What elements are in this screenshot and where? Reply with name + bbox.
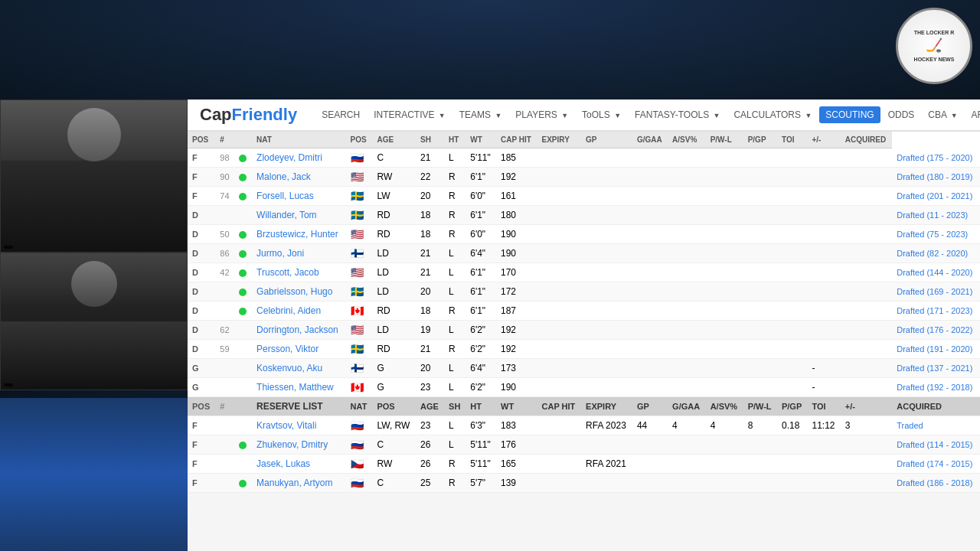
cell-nat: 🇺🇸 xyxy=(346,263,373,282)
nav-odds[interactable]: ODDS xyxy=(882,106,921,123)
cell-name[interactable]: Jurmo, Joni xyxy=(252,244,346,263)
table-row[interactable]: F74Forsell, Lucas🇸🇪LW20R6'0"161Drafted (… xyxy=(188,187,980,206)
cell-name[interactable]: Manukyan, Artyom xyxy=(252,474,346,493)
rh-name: RESERVE LIST xyxy=(252,397,346,416)
cell-pos: D xyxy=(188,263,215,282)
cell-plusminus xyxy=(841,263,892,282)
prospects-table: POS # NAT POS AGE SH HT WT CAP HIT EXPIR… xyxy=(188,132,980,493)
cell-acquired: Drafted (201 - 2021) xyxy=(892,187,980,206)
cell-asv xyxy=(706,435,743,455)
player-name-link[interactable]: Truscott, Jacob xyxy=(256,267,319,278)
nav-calculators[interactable]: CALCULATORS ▼ xyxy=(727,106,818,123)
table-row[interactable]: GKoskenvuo, Aku🇫🇮G20L6'4"173-Drafted (13… xyxy=(188,359,980,378)
cell-toi xyxy=(807,187,840,206)
cell-name[interactable]: Persson, Viktor xyxy=(252,340,346,359)
player-name-link[interactable]: Malone, Jack xyxy=(256,171,311,182)
player-name-link[interactable]: Manukyan, Artyom xyxy=(256,478,332,488)
player-name-link[interactable]: Zhukenov, Dmitry xyxy=(256,439,328,450)
table-row[interactable]: F98Zlodeyev, Dmitri🇷🇺C21L5'11"185Drafted… xyxy=(188,148,980,168)
cell-name[interactable]: Thiessen, Matthew xyxy=(252,378,346,397)
cell-wt: 192 xyxy=(496,321,537,340)
cell-name[interactable]: Forsell, Lucas xyxy=(252,187,346,206)
player-name-link[interactable]: Dorrington, Jackson xyxy=(256,324,338,335)
cell-toi xyxy=(807,168,840,187)
cell-num xyxy=(215,206,234,225)
cell-name[interactable]: Brzustewicz, Hunter xyxy=(252,225,346,244)
cell-acquired: Drafted (82 - 2020) xyxy=(892,244,980,263)
table-row[interactable]: D59Persson, Viktor🇸🇪RD21R6'2"192Drafted … xyxy=(188,340,980,359)
cell-name[interactable]: Truscott, Jacob xyxy=(252,263,346,282)
nav-scouting[interactable]: SCOUTING xyxy=(819,106,880,123)
cell-name[interactable]: Willander, Tom xyxy=(252,206,346,225)
cell-name[interactable]: Koskenvuo, Aku xyxy=(252,359,346,378)
cell-name[interactable]: Celebrini, Aiden xyxy=(252,302,346,321)
cell-name[interactable]: Dorrington, Jackson xyxy=(252,321,346,340)
nav-cba[interactable]: CBA ▼ xyxy=(922,106,963,123)
table-row[interactable]: D86Jurmo, Joni🇫🇮LD21L6'4"190Drafted (82 … xyxy=(188,244,980,263)
player-name-link[interactable]: Zlodeyev, Dmitri xyxy=(256,152,322,163)
nav-tools[interactable]: ToOLS ▼ xyxy=(576,106,627,123)
cell-name[interactable]: Malone, Jack xyxy=(252,168,346,187)
table-row[interactable]: D62Dorrington, Jackson🇺🇸LD19L6'2"192Draf… xyxy=(188,321,980,340)
table-row[interactable]: F90Malone, Jack🇺🇸RW22R6'1"192Drafted (18… xyxy=(188,168,980,187)
player-name-link[interactable]: Willander, Tom xyxy=(256,210,316,220)
table-row[interactable]: DCelebrini, Aiden🇨🇦RD18R6'1"187Drafted (… xyxy=(188,302,980,321)
cell-name[interactable]: Zlodeyev, Dmitri xyxy=(252,148,346,168)
table-row[interactable]: FZhukenov, Dmitry🇷🇺C26L5'11"176Drafted (… xyxy=(188,435,980,455)
cell-name[interactable]: Kravtsov, Vitali xyxy=(252,416,346,435)
table-row[interactable]: FManukyan, Artyom🇷🇺C25R5'7"139Drafted (1… xyxy=(188,474,980,493)
cell-name[interactable]: Jasek, Lukas xyxy=(252,455,346,474)
cell-gp xyxy=(632,244,668,263)
cell-pwl xyxy=(743,148,777,168)
table-row[interactable]: DWillander, Tom🇸🇪RD18R6'1"180Drafted (11… xyxy=(188,206,980,225)
nav-players[interactable]: PLAYERS ▼ xyxy=(509,106,574,123)
cell-expiry xyxy=(581,474,632,493)
nav-teams[interactable]: TEAMS ▼ xyxy=(453,106,508,123)
table-row[interactable]: DGabrielsson, Hugo🇸🇪LD20L6'1"172Drafted … xyxy=(188,282,980,302)
cell-name[interactable]: Zhukenov, Dmitry xyxy=(252,435,346,455)
cell-age: 20 xyxy=(416,282,444,302)
cell-ht: 6'2" xyxy=(466,340,496,359)
table-area[interactable]: POS # NAT POS AGE SH HT WT CAP HIT EXPIR… xyxy=(188,132,980,551)
player-name-link[interactable]: Koskenvuo, Aku xyxy=(256,363,322,373)
table-row[interactable]: GThiessen, Matthew🇨🇦G23L6'2"190-Drafted … xyxy=(188,378,980,397)
cell-sh: R xyxy=(444,455,466,474)
cell-status xyxy=(234,455,252,474)
rh-num: # xyxy=(215,397,234,416)
player-name-link[interactable]: Jasek, Lukas xyxy=(256,458,310,469)
cell-caphit xyxy=(537,435,582,455)
cell-toi xyxy=(807,435,840,455)
cell-pgp xyxy=(777,263,808,282)
table-row[interactable]: D42Truscott, Jacob🇺🇸LD21L6'1"170Drafted … xyxy=(188,263,980,282)
player-name-link[interactable]: Brzustewicz, Hunter xyxy=(256,229,338,240)
table-row[interactable]: FKravtsov, Vitali🇷🇺LW, RW23L6'3"183RFA 2… xyxy=(188,416,980,435)
cell-caphit xyxy=(537,321,582,340)
table-row[interactable]: FJasek, Lukas🇨🇿RW26R5'11"165RFA 2021Draf… xyxy=(188,455,980,474)
player-name-link[interactable]: Jurmo, Joni xyxy=(256,248,304,259)
nav-search[interactable]: SEARCH xyxy=(315,106,366,123)
player-name-link[interactable]: Forsell, Lucas xyxy=(256,191,314,201)
table-row[interactable]: D50Brzustewicz, Hunter🇺🇸RD18R6'0"190Draf… xyxy=(188,225,980,244)
webcam-top-label xyxy=(4,246,13,249)
site-logo-top-right: THE LOCKER R 🏒 HOCKEY NEWS xyxy=(896,8,972,84)
nav-fantasy-tools[interactable]: FANTASY-TOOLS ▼ xyxy=(629,106,726,123)
site-logo[interactable]: CapFriendly xyxy=(200,105,297,125)
cell-nat: 🇸🇪 xyxy=(346,206,373,225)
player-name-link[interactable]: Kravtsov, Vitali xyxy=(256,420,316,431)
cell-ht: 5'11" xyxy=(466,455,496,474)
nav-interactive[interactable]: INTERACTIVE ▼ xyxy=(368,106,452,123)
player-name-link[interactable]: Celebrini, Aiden xyxy=(256,305,321,316)
cell-num xyxy=(215,416,234,435)
col-pwl: P/W-L xyxy=(706,132,743,148)
player-name-link[interactable]: Gabrielsson, Hugo xyxy=(256,286,332,297)
cell-pos2: RD xyxy=(372,206,416,225)
cell-name[interactable]: Gabrielsson, Hugo xyxy=(252,282,346,302)
col-caphit: CAP HIT xyxy=(496,132,537,148)
col-wt: WT xyxy=(466,132,496,148)
cell-age: 18 xyxy=(416,302,444,321)
cell-caphit xyxy=(537,168,582,187)
player-name-link[interactable]: Thiessen, Matthew xyxy=(256,382,334,393)
nav-archive[interactable]: ARCHIVE xyxy=(965,106,980,123)
player-name-link[interactable]: Persson, Viktor xyxy=(256,344,318,354)
cell-expiry: RFA 2023 xyxy=(581,416,632,435)
